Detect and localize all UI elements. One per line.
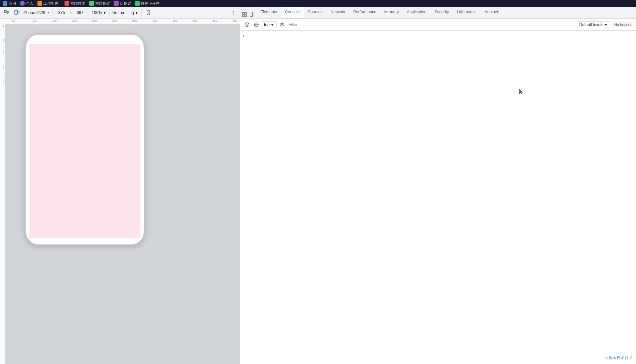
divider-1: [52, 9, 53, 16]
preview-content: [5, 24, 240, 364]
taskbar-item-framework[interactable]: 前端框架: [89, 1, 110, 6]
devtools-dock-button[interactable]: [248, 10, 256, 18]
taskbar: 应用 个人 工作相关 · 前端技术 前端框架 UI框架 微信小程序: [0, 0, 636, 7]
divider-4: [141, 9, 142, 16]
tab-adblock[interactable]: Adblock: [481, 7, 503, 18]
no-issues-badge[interactable]: No Issues: [612, 22, 633, 27]
ruler-horizontal: 50 100 150 200 250 300 350 400 450 500 5…: [5, 19, 240, 24]
device-status-bar: [26, 35, 144, 44]
console-prompt-icon[interactable]: ›: [243, 33, 244, 38]
taskbar-item-ui[interactable]: UI框架: [114, 1, 131, 6]
bookmark-button[interactable]: [144, 9, 152, 17]
app-icon: [3, 1, 7, 6]
tab-lighthouse[interactable]: Lighthouse: [453, 7, 481, 18]
framework-icon: [89, 1, 94, 6]
ruler-vertical: 50 100 150 200 250: [0, 24, 5, 364]
inspect-button[interactable]: [3, 9, 11, 17]
throttle-chevron-icon: ▼: [135, 10, 139, 15]
tab-memory[interactable]: Memory: [380, 7, 403, 18]
levels-chevron-icon: ▼: [604, 22, 608, 27]
watermark: ⊕掘金技术社区: [605, 355, 633, 361]
cursor-position: [519, 89, 523, 94]
divider-3: [109, 9, 110, 16]
clear-console-button[interactable]: [243, 21, 251, 29]
responsive-toggle[interactable]: [13, 9, 21, 17]
eye-button[interactable]: [278, 21, 286, 29]
svg-rect-3: [242, 12, 244, 14]
tab-elements[interactable]: Elements: [256, 7, 281, 18]
taskbar-item-app[interactable]: 应用: [3, 1, 16, 6]
tab-console[interactable]: Console: [281, 7, 304, 18]
height-input[interactable]: [74, 10, 86, 15]
tab-network[interactable]: Network: [327, 7, 349, 18]
zoom-chevron-icon: ▼: [103, 10, 107, 15]
svg-rect-8: [252, 12, 255, 17]
context-selector[interactable]: top ▼: [262, 21, 277, 28]
dimension-separator: ×: [70, 10, 72, 15]
svg-rect-4: [245, 12, 246, 14]
person-icon: [20, 1, 25, 6]
svg-rect-0: [4, 10, 6, 12]
tab-sources[interactable]: Sources: [304, 7, 327, 18]
tab-security[interactable]: Security: [430, 7, 453, 18]
console-toolbar: top ▼ Default levels ▼ No Issues: [240, 19, 636, 31]
taskbar-item-work[interactable]: 工作相关 ·: [37, 1, 60, 6]
main-container: iPhone 6/7/8 ▼ × 100% ▼ No throttling ▼: [0, 7, 636, 364]
svg-point-15: [281, 24, 283, 25]
work-icon: [37, 1, 42, 6]
device-selector[interactable]: iPhone 6/7/8 ▼: [23, 10, 50, 15]
width-input[interactable]: [55, 10, 68, 15]
svg-line-11: [246, 24, 248, 26]
preview-area: 50 100 150 200 250: [0, 24, 240, 364]
wechat-icon: [135, 1, 140, 6]
frontend-icon: [65, 1, 69, 6]
svg-rect-2: [18, 11, 19, 14]
filter-input[interactable]: [287, 22, 576, 28]
taskbar-item-wechat[interactable]: 微信小程序: [135, 1, 159, 6]
svg-rect-5: [242, 15, 244, 16]
svg-rect-1: [15, 10, 17, 14]
devtools-tabs-bar: Elements Console Sources Network Perform…: [240, 7, 636, 19]
default-levels-selector[interactable]: Default levels ▼: [577, 21, 610, 28]
ruler-row: 50 100 150 200 250 300 350 400 450 500 5…: [0, 19, 240, 24]
taskbar-item-frontend[interactable]: 前端技术: [65, 1, 85, 6]
context-chevron-icon: ▼: [270, 22, 274, 27]
ruler-corner: [0, 19, 5, 24]
device-toolbar: iPhone 6/7/8 ▼ × 100% ▼ No throttling ▼: [0, 7, 240, 19]
throttle-selector[interactable]: No throttling ▼: [112, 10, 139, 15]
tab-application[interactable]: Application: [403, 7, 430, 18]
svg-rect-6: [245, 15, 246, 16]
more-options-button[interactable]: ⋮: [229, 9, 237, 17]
device-screen: [29, 44, 140, 238]
device-frame: [25, 34, 144, 245]
device-chevron-icon: ▼: [46, 11, 50, 14]
taskbar-item-personal[interactable]: 个人: [20, 1, 33, 6]
devtools-toggle-button[interactable]: [240, 10, 248, 18]
left-panel: iPhone 6/7/8 ▼ × 100% ▼ No throttling ▼: [0, 7, 240, 364]
zoom-selector[interactable]: 100% ▼: [92, 10, 107, 15]
right-panel: Elements Console Sources Network Perform…: [240, 7, 636, 364]
tab-performance[interactable]: Performance: [349, 7, 380, 18]
divider-2: [89, 9, 89, 16]
block-button[interactable]: [252, 21, 260, 29]
ui-icon: [114, 1, 119, 6]
console-content: ›: [240, 31, 636, 364]
